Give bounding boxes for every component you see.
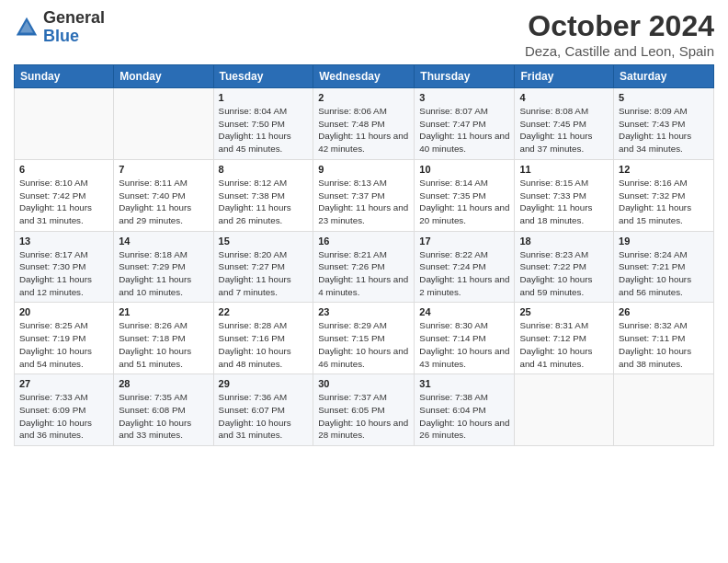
table-row: 14Sunrise: 8:18 AMSunset: 7:29 PMDayligh… <box>114 231 213 303</box>
col-saturday: Saturday <box>614 65 714 88</box>
table-row <box>614 374 714 446</box>
day-info: Sunrise: 8:30 AMSunset: 7:14 PMDaylight:… <box>419 319 509 370</box>
table-row: 27Sunrise: 7:33 AMSunset: 6:09 PMDayligh… <box>15 374 114 446</box>
day-number: 9 <box>318 164 409 175</box>
day-number: 21 <box>119 306 208 317</box>
day-number: 26 <box>619 306 709 317</box>
header: General Blue October 2024 Deza, Castille… <box>14 9 714 59</box>
day-info: Sunrise: 8:17 AMSunset: 7:30 PMDaylight:… <box>19 248 108 299</box>
day-info: Sunrise: 8:32 AMSunset: 7:11 PMDaylight:… <box>619 319 709 370</box>
table-row: 30Sunrise: 7:37 AMSunset: 6:05 PMDayligh… <box>313 374 415 446</box>
col-sunday: Sunday <box>15 65 114 88</box>
logo-blue: Blue <box>43 28 105 46</box>
day-info: Sunrise: 8:07 AMSunset: 7:47 PMDaylight:… <box>419 105 509 155</box>
day-number: 4 <box>519 92 609 103</box>
day-number: 8 <box>219 164 309 175</box>
col-friday: Friday <box>515 65 614 88</box>
header-row: Sunday Monday Tuesday Wednesday Thursday… <box>15 65 714 88</box>
day-info: Sunrise: 8:26 AMSunset: 7:18 PMDaylight:… <box>119 319 208 370</box>
day-info: Sunrise: 8:16 AMSunset: 7:32 PMDaylight:… <box>619 177 709 227</box>
table-row: 5Sunrise: 8:09 AMSunset: 7:43 PMDaylight… <box>614 88 714 160</box>
table-row: 24Sunrise: 8:30 AMSunset: 7:14 PMDayligh… <box>415 303 515 374</box>
page: General Blue October 2024 Deza, Castille… <box>0 0 728 563</box>
table-row: 3Sunrise: 8:07 AMSunset: 7:47 PMDaylight… <box>415 88 515 160</box>
table-row: 2Sunrise: 8:06 AMSunset: 7:48 PMDaylight… <box>313 88 415 160</box>
day-info: Sunrise: 8:22 AMSunset: 7:24 PMDaylight:… <box>419 248 509 299</box>
table-row: 15Sunrise: 8:20 AMSunset: 7:27 PMDayligh… <box>213 231 313 303</box>
logo-area: General Blue <box>14 9 105 46</box>
day-info: Sunrise: 8:09 AMSunset: 7:43 PMDaylight:… <box>619 105 709 155</box>
table-row: 19Sunrise: 8:24 AMSunset: 7:21 PMDayligh… <box>614 231 714 303</box>
day-info: Sunrise: 8:24 AMSunset: 7:21 PMDaylight:… <box>619 248 709 299</box>
logo-general: General <box>43 9 105 28</box>
day-info: Sunrise: 8:23 AMSunset: 7:22 PMDaylight:… <box>519 248 609 299</box>
week-row-1: 6Sunrise: 8:10 AMSunset: 7:42 PMDaylight… <box>15 159 714 231</box>
table-row <box>515 374 614 446</box>
table-row: 29Sunrise: 7:36 AMSunset: 6:07 PMDayligh… <box>213 374 313 446</box>
day-info: Sunrise: 8:04 AMSunset: 7:50 PMDaylight:… <box>219 105 309 155</box>
day-info: Sunrise: 8:28 AMSunset: 7:16 PMDaylight:… <box>219 319 309 370</box>
table-row: 25Sunrise: 8:31 AMSunset: 7:12 PMDayligh… <box>515 303 614 374</box>
day-number: 14 <box>119 236 208 247</box>
day-number: 12 <box>619 164 709 175</box>
day-number: 17 <box>419 236 509 247</box>
table-row: 11Sunrise: 8:15 AMSunset: 7:33 PMDayligh… <box>515 159 614 231</box>
table-row: 10Sunrise: 8:14 AMSunset: 7:35 PMDayligh… <box>415 159 515 231</box>
table-row: 4Sunrise: 8:08 AMSunset: 7:45 PMDaylight… <box>515 88 614 160</box>
day-number: 6 <box>19 164 108 175</box>
day-info: Sunrise: 8:12 AMSunset: 7:38 PMDaylight:… <box>219 177 309 227</box>
table-row: 12Sunrise: 8:16 AMSunset: 7:32 PMDayligh… <box>614 159 714 231</box>
day-number: 2 <box>318 92 409 103</box>
day-number: 19 <box>619 236 709 247</box>
day-number: 5 <box>619 92 709 103</box>
day-info: Sunrise: 8:20 AMSunset: 7:27 PMDaylight:… <box>219 248 309 299</box>
day-number: 16 <box>318 236 409 247</box>
table-row: 26Sunrise: 8:32 AMSunset: 7:11 PMDayligh… <box>614 303 714 374</box>
day-info: Sunrise: 8:31 AMSunset: 7:12 PMDaylight:… <box>519 319 609 370</box>
day-info: Sunrise: 8:21 AMSunset: 7:26 PMDaylight:… <box>318 248 409 299</box>
week-row-2: 13Sunrise: 8:17 AMSunset: 7:30 PMDayligh… <box>15 231 714 303</box>
day-info: Sunrise: 8:15 AMSunset: 7:33 PMDaylight:… <box>519 177 609 227</box>
day-number: 11 <box>519 164 609 175</box>
day-number: 31 <box>419 378 509 389</box>
table-row: 31Sunrise: 7:38 AMSunset: 6:04 PMDayligh… <box>415 374 515 446</box>
col-wednesday: Wednesday <box>313 65 415 88</box>
day-info: Sunrise: 8:18 AMSunset: 7:29 PMDaylight:… <box>119 248 208 299</box>
day-info: Sunrise: 7:37 AMSunset: 6:05 PMDaylight:… <box>318 391 409 442</box>
day-number: 18 <box>519 236 609 247</box>
location-title: Deza, Castille and Leon, Spain <box>525 43 714 59</box>
table-row: 18Sunrise: 8:23 AMSunset: 7:22 PMDayligh… <box>515 231 614 303</box>
day-number: 23 <box>318 306 409 317</box>
day-info: Sunrise: 8:10 AMSunset: 7:42 PMDaylight:… <box>19 177 108 227</box>
table-row: 23Sunrise: 8:29 AMSunset: 7:15 PMDayligh… <box>313 303 415 374</box>
day-info: Sunrise: 8:29 AMSunset: 7:15 PMDaylight:… <box>318 319 409 370</box>
title-area: October 2024 Deza, Castille and Leon, Sp… <box>525 9 714 59</box>
day-info: Sunrise: 8:25 AMSunset: 7:19 PMDaylight:… <box>19 319 108 370</box>
day-info: Sunrise: 7:33 AMSunset: 6:09 PMDaylight:… <box>19 391 108 442</box>
day-number: 30 <box>318 378 409 389</box>
col-thursday: Thursday <box>415 65 515 88</box>
day-number: 3 <box>419 92 509 103</box>
day-number: 29 <box>219 378 309 389</box>
table-row: 22Sunrise: 8:28 AMSunset: 7:16 PMDayligh… <box>213 303 313 374</box>
day-info: Sunrise: 8:08 AMSunset: 7:45 PMDaylight:… <box>519 105 609 155</box>
day-info: Sunrise: 7:38 AMSunset: 6:04 PMDaylight:… <box>419 391 509 442</box>
col-tuesday: Tuesday <box>213 65 313 88</box>
day-number: 10 <box>419 164 509 175</box>
week-row-4: 27Sunrise: 7:33 AMSunset: 6:09 PMDayligh… <box>15 374 714 446</box>
day-number: 25 <box>519 306 609 317</box>
table-row: 20Sunrise: 8:25 AMSunset: 7:19 PMDayligh… <box>15 303 114 374</box>
table-row: 17Sunrise: 8:22 AMSunset: 7:24 PMDayligh… <box>415 231 515 303</box>
day-number: 24 <box>419 306 509 317</box>
logo-icon <box>14 15 40 40</box>
table-row <box>15 88 114 160</box>
day-info: Sunrise: 8:14 AMSunset: 7:35 PMDaylight:… <box>419 177 509 227</box>
month-title: October 2024 <box>525 9 714 43</box>
day-number: 7 <box>119 164 208 175</box>
day-info: Sunrise: 7:36 AMSunset: 6:07 PMDaylight:… <box>219 391 309 442</box>
table-row: 9Sunrise: 8:13 AMSunset: 7:37 PMDaylight… <box>313 159 415 231</box>
logo-text: General Blue <box>43 9 105 46</box>
day-number: 27 <box>19 378 108 389</box>
week-row-0: 1Sunrise: 8:04 AMSunset: 7:50 PMDaylight… <box>15 88 714 160</box>
day-info: Sunrise: 8:06 AMSunset: 7:48 PMDaylight:… <box>318 105 409 155</box>
